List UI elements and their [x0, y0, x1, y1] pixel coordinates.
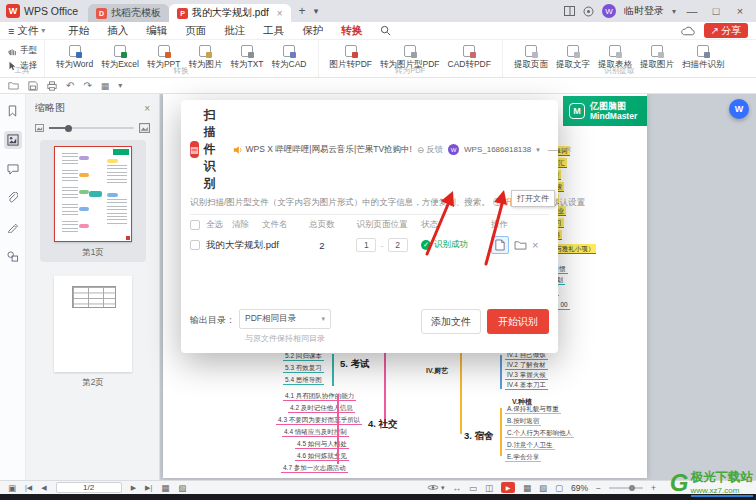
- layout-split-icon[interactable]: [564, 6, 575, 16]
- tab-docer-label: 找稻壳模板: [111, 6, 161, 20]
- cloud-sync-icon[interactable]: [681, 26, 696, 36]
- open-folder-button[interactable]: [514, 240, 527, 250]
- close-button[interactable]: ×: [732, 5, 748, 17]
- maximize-button[interactable]: □: [708, 5, 724, 17]
- dialog-close-icon[interactable]: ×: [566, 144, 572, 155]
- clear-label[interactable]: 清除: [232, 219, 262, 231]
- user-avatar[interactable]: W: [602, 4, 616, 18]
- theme-icon[interactable]: [583, 6, 594, 17]
- mindmap-item: 4.6 如何炼就主见: [295, 452, 349, 461]
- zoom-in-icon[interactable]: +: [651, 483, 656, 493]
- zoom-level[interactable]: 69%: [571, 483, 588, 493]
- two-page-icon[interactable]: ◫: [485, 483, 493, 493]
- quickbar-more-icon[interactable]: ▾: [118, 81, 122, 90]
- mindmap-item: 4.1 具有团队协作的能力: [283, 392, 356, 401]
- tab-close-icon[interactable]: ×: [277, 8, 283, 19]
- dialog-minimize-icon[interactable]: —: [548, 144, 558, 155]
- assistant-float-button[interactable]: W: [729, 99, 749, 119]
- read-mode-button[interactable]: ▶: [501, 482, 515, 493]
- snapshot-icon[interactable]: ▧: [178, 483, 186, 493]
- extract-image-icon: [651, 45, 663, 57]
- menu-item-page[interactable]: 页面: [185, 24, 206, 38]
- search-icon[interactable]: [380, 25, 391, 36]
- grid-view-icon[interactable]: ▦: [523, 483, 531, 493]
- page-2-label: 第2页: [40, 377, 146, 389]
- file-menu[interactable]: ≡ 文件 ▾: [8, 24, 45, 38]
- output-dir-select[interactable]: PDF相同目录 ▾: [239, 309, 331, 329]
- mindmap-item: 5.4 思维导图: [283, 376, 324, 385]
- single-page-icon[interactable]: ▭: [469, 483, 477, 493]
- fullscreen-icon[interactable]: ▧: [539, 483, 547, 493]
- add-note-icon[interactable]: ▦: [161, 483, 169, 493]
- next-page-icon[interactable]: ▶: [131, 484, 136, 492]
- page-mode-icon[interactable]: ▣: [8, 483, 16, 493]
- bookmark-icon[interactable]: [4, 102, 22, 120]
- first-page-icon[interactable]: |◀: [25, 484, 32, 492]
- menu-item-comment[interactable]: 批注: [224, 24, 245, 38]
- mindmap-item: 4.5 如何与人相处: [295, 440, 349, 449]
- comment-icon[interactable]: [4, 160, 22, 178]
- dialog-account[interactable]: WPS_1686818138: [464, 145, 531, 154]
- select-all-checkbox[interactable]: [190, 220, 200, 230]
- watermark-logo: G: [670, 473, 689, 492]
- signature-pen-icon[interactable]: [4, 218, 22, 236]
- menu-item-tools[interactable]: 工具: [263, 24, 284, 38]
- range-to-input[interactable]: 2: [388, 238, 408, 252]
- feedback-link[interactable]: ⊖反馈: [417, 144, 443, 156]
- row-checkbox[interactable]: [190, 240, 200, 250]
- extract-text-icon: [567, 45, 579, 57]
- page-number-input[interactable]: 1/2: [56, 482, 122, 493]
- prev-page-icon[interactable]: ◀: [41, 484, 46, 492]
- bookmark-flag-icon[interactable]: ▢: [555, 483, 563, 493]
- hand-tool-button[interactable]: 手型: [7, 45, 37, 57]
- menu-item-insert[interactable]: 插入: [107, 24, 128, 38]
- tab-list-icon[interactable]: ▾: [314, 6, 319, 16]
- quick-access-toolbar: ↶ ↷ ▦ ▾: [0, 78, 756, 94]
- range-from-input[interactable]: 1: [356, 238, 376, 252]
- account-name[interactable]: 临时登录: [624, 4, 664, 18]
- account-chevron-icon[interactable]: ▾: [672, 7, 676, 16]
- thumbnail-page-2[interactable]: 第2页: [40, 270, 146, 392]
- zoom-slider[interactable]: [609, 487, 643, 489]
- shapes-icon[interactable]: [4, 247, 22, 265]
- last-page-icon[interactable]: ▶|: [145, 484, 152, 492]
- menubar: ≡ 文件 ▾ 开始 插入 编辑 页面 批注 工具 保护 转换 ↗ 分享: [0, 22, 756, 40]
- select-all-label[interactable]: 全选: [206, 219, 232, 231]
- account-dropdown-icon[interactable]: ▾: [536, 146, 540, 154]
- thumbnails-icon[interactable]: [4, 131, 22, 149]
- promo-banner[interactable]: WPS X 哔哩哔哩|网易云音乐|芒果TV抢购中!: [233, 144, 412, 156]
- attachment-icon[interactable]: [4, 189, 22, 207]
- add-file-button[interactable]: 添加文件: [421, 309, 481, 334]
- mindmap-node-dorm: 3. 宿舍: [464, 430, 494, 443]
- menu-item-home[interactable]: 开始: [68, 24, 89, 38]
- menu-item-convert[interactable]: 转换: [341, 24, 362, 38]
- thumbnail-page-1[interactable]: 第1页: [40, 140, 146, 262]
- tab-docer-templates[interactable]: D 找稻壳模板: [88, 4, 169, 22]
- open-file-button[interactable]: [491, 236, 509, 254]
- redo-icon[interactable]: ↷: [83, 80, 91, 91]
- eye-protect-icon[interactable]: ▾: [427, 484, 445, 492]
- dialog-avatar[interactable]: W: [448, 144, 459, 155]
- tab-document[interactable]: P 我的大学规划.pdf ×: [169, 4, 291, 22]
- menu-item-edit[interactable]: 编辑: [146, 24, 167, 38]
- undo-icon[interactable]: ↶: [66, 80, 74, 91]
- print-icon[interactable]: [47, 81, 57, 91]
- thumbnail-panel: 缩略图 × 第1页: [26, 94, 160, 480]
- zoom-knob[interactable]: [629, 485, 635, 491]
- remove-file-button[interactable]: ×: [532, 239, 538, 251]
- thumbnail-size-slider[interactable]: [49, 127, 134, 129]
- mindmap-item: 5.3 有效复习: [283, 364, 324, 373]
- save-icon[interactable]: [28, 81, 38, 91]
- minimize-button[interactable]: —: [684, 5, 700, 17]
- stamp-icon[interactable]: ▦: [101, 81, 110, 91]
- panel-close-icon[interactable]: ×: [144, 103, 150, 114]
- share-button[interactable]: ↗ 分享: [704, 23, 748, 38]
- new-tab-button[interactable]: +: [299, 4, 306, 18]
- fit-width-icon[interactable]: ↔: [452, 483, 461, 493]
- start-recognition-button[interactable]: 开始识别: [487, 309, 549, 334]
- zoom-out-icon[interactable]: −: [596, 483, 601, 493]
- menu-item-protect[interactable]: 保护: [302, 24, 323, 38]
- info-icon[interactable]: ⓘ: [493, 197, 502, 209]
- slider-knob[interactable]: [65, 125, 72, 132]
- open-file-icon[interactable]: [8, 81, 19, 90]
